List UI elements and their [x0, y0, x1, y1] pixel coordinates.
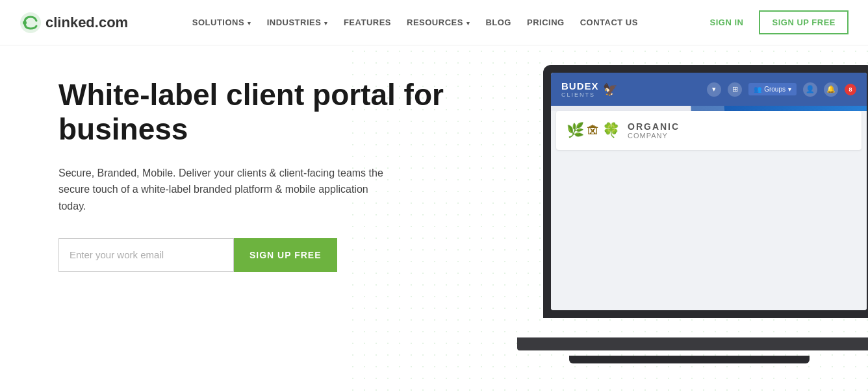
hero-signup-button[interactable]: SIGN UP FREE: [234, 238, 337, 272]
svg-point-1: [23, 21, 27, 25]
budex-name: BUDEX: [561, 80, 599, 92]
nav-pricing[interactable]: PRICING: [520, 12, 571, 32]
budex-wing-icon: 🦅: [603, 82, 617, 97]
organic-name: ORGANIC: [628, 121, 680, 132]
nav-icon-1: ▾: [707, 82, 721, 97]
groups-arrow: ▾: [788, 86, 791, 93]
logo[interactable]: clinked.com: [19, 12, 128, 34]
budex-sub: CLIENTS: [561, 92, 599, 98]
groups-label: Groups: [764, 86, 785, 93]
organic-panel: 🌿 🏚 🍀 ORGANIC COMPANY: [556, 111, 862, 150]
laptop-foot: [569, 356, 810, 363]
nav-resources[interactable]: RESOURCES ▾: [400, 12, 476, 32]
navbar: clinked.com SOLUTIONS ▾ INDUSTRIES ▾ FEA…: [0, 0, 868, 45]
organic-logo: 🌿 🏚 🍀: [567, 122, 620, 139]
nav-blog[interactable]: BLOG: [479, 12, 518, 32]
organic-company: COMPANY: [628, 132, 680, 140]
nav-links: SOLUTIONS ▾ INDUSTRIES ▾ FEATURES RESOUR…: [128, 12, 702, 32]
signup-free-button[interactable]: SIGN UP FREE: [759, 10, 849, 34]
nav-solutions[interactable]: SOLUTIONS ▾: [186, 12, 258, 32]
nav-icon-4: 🔔: [824, 82, 838, 97]
hero-title: White-label client portal for business: [58, 78, 448, 147]
hero-content: White-label client portal for business S…: [58, 78, 448, 272]
nav-icon-3: 👤: [803, 82, 817, 97]
screen-content: BUDEX CLIENTS 🦅 ▾ ⊞ 👥 Groups ▾: [551, 73, 867, 310]
laptop-base: [517, 337, 868, 350]
hero-subtitle: Secure, Branded, Mobile. Deliver your cl…: [58, 165, 396, 215]
groups-icon: 👥: [754, 86, 761, 93]
hero-section: White-label client portal for business S…: [0, 45, 868, 392]
signin-button[interactable]: SIGN IN: [702, 12, 752, 32]
nav-features[interactable]: FEATURES: [337, 12, 398, 32]
dropdown-arrow: ▾: [246, 20, 251, 27]
leaf-icon: 🌿: [567, 122, 584, 139]
notification-badge: 8: [845, 84, 856, 95]
dropdown-arrow: ▾: [465, 20, 470, 27]
nav-industries[interactable]: INDUSTRIES ▾: [261, 12, 335, 32]
nav-icon-2: ⊞: [728, 82, 742, 97]
logo-text: clinked.com: [45, 14, 128, 31]
hero-form: SIGN UP FREE: [58, 238, 448, 272]
budex-bar: BUDEX CLIENTS 🦅 ▾ ⊞ 👥 Groups ▾: [551, 73, 867, 106]
device-mockup: BUDEX CLIENTS 🦅 ▾ ⊞ 👥 Groups ▾: [504, 65, 868, 363]
nav-actions: SIGN IN SIGN UP FREE: [702, 10, 849, 34]
dropdown-arrow: ▾: [322, 20, 328, 27]
fence-icon: 🏚: [587, 123, 600, 138]
email-input[interactable]: [58, 238, 234, 272]
groups-button: 👥 Groups ▾: [748, 83, 797, 95]
budex-logo: BUDEX CLIENTS 🦅: [561, 80, 617, 98]
leaf-icon-2: 🍀: [602, 122, 620, 139]
budex-nav-icons: ▾ ⊞ 👥 Groups ▾ 👤 🔔 8: [707, 82, 856, 97]
nav-contact[interactable]: CONTACT US: [574, 12, 645, 32]
laptop-screen: BUDEX CLIENTS 🦅 ▾ ⊞ 👥 Groups ▾: [543, 65, 868, 318]
